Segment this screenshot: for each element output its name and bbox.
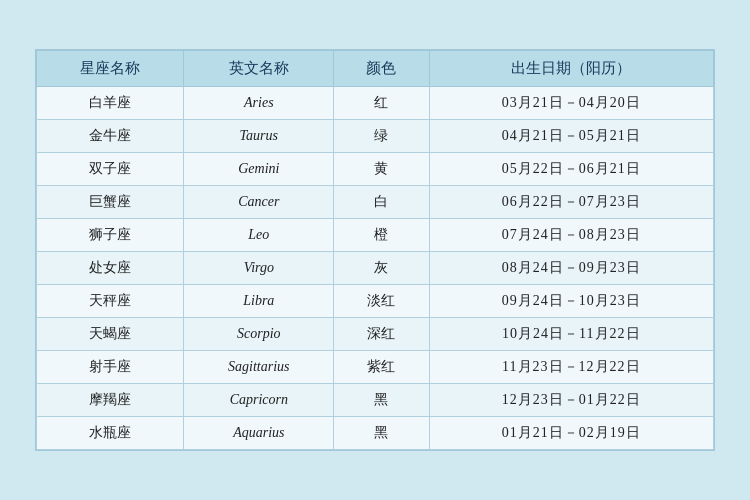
- cell-color: 黄: [334, 153, 429, 186]
- table-header-row: 星座名称 英文名称 颜色 出生日期（阳历）: [37, 51, 714, 87]
- cell-dates: 01月21日－02月19日: [429, 417, 713, 450]
- table-row: 处女座Virgo灰08月24日－09月23日: [37, 252, 714, 285]
- cell-chinese-name: 射手座: [37, 351, 184, 384]
- cell-color: 黑: [334, 417, 429, 450]
- table-row: 狮子座Leo橙07月24日－08月23日: [37, 219, 714, 252]
- cell-english-name: Taurus: [184, 120, 334, 153]
- cell-chinese-name: 天蝎座: [37, 318, 184, 351]
- cell-dates: 04月21日－05月21日: [429, 120, 713, 153]
- table-row: 巨蟹座Cancer白06月22日－07月23日: [37, 186, 714, 219]
- cell-color: 绿: [334, 120, 429, 153]
- cell-english-name: Libra: [184, 285, 334, 318]
- cell-chinese-name: 双子座: [37, 153, 184, 186]
- cell-english-name: Virgo: [184, 252, 334, 285]
- cell-color: 黑: [334, 384, 429, 417]
- cell-english-name: Scorpio: [184, 318, 334, 351]
- header-dates: 出生日期（阳历）: [429, 51, 713, 87]
- cell-chinese-name: 水瓶座: [37, 417, 184, 450]
- table-row: 天蝎座Scorpio深红10月24日－11月22日: [37, 318, 714, 351]
- cell-chinese-name: 巨蟹座: [37, 186, 184, 219]
- cell-chinese-name: 狮子座: [37, 219, 184, 252]
- cell-color: 白: [334, 186, 429, 219]
- cell-chinese-name: 处女座: [37, 252, 184, 285]
- table-row: 白羊座Aries红03月21日－04月20日: [37, 87, 714, 120]
- cell-english-name: Gemini: [184, 153, 334, 186]
- cell-dates: 07月24日－08月23日: [429, 219, 713, 252]
- header-color: 颜色: [334, 51, 429, 87]
- cell-english-name: Leo: [184, 219, 334, 252]
- table-row: 天秤座Libra淡红09月24日－10月23日: [37, 285, 714, 318]
- cell-color: 橙: [334, 219, 429, 252]
- cell-dates: 08月24日－09月23日: [429, 252, 713, 285]
- table-body: 白羊座Aries红03月21日－04月20日金牛座Taurus绿04月21日－0…: [37, 87, 714, 450]
- cell-dates: 12月23日－01月22日: [429, 384, 713, 417]
- cell-color: 淡红: [334, 285, 429, 318]
- cell-english-name: Cancer: [184, 186, 334, 219]
- cell-dates: 10月24日－11月22日: [429, 318, 713, 351]
- cell-english-name: Sagittarius: [184, 351, 334, 384]
- cell-dates: 06月22日－07月23日: [429, 186, 713, 219]
- cell-english-name: Aquarius: [184, 417, 334, 450]
- cell-chinese-name: 摩羯座: [37, 384, 184, 417]
- cell-english-name: Capricorn: [184, 384, 334, 417]
- table-row: 射手座Sagittarius紫红11月23日－12月22日: [37, 351, 714, 384]
- cell-color: 灰: [334, 252, 429, 285]
- table-row: 双子座Gemini黄05月22日－06月21日: [37, 153, 714, 186]
- table-row: 金牛座Taurus绿04月21日－05月21日: [37, 120, 714, 153]
- cell-chinese-name: 金牛座: [37, 120, 184, 153]
- cell-dates: 05月22日－06月21日: [429, 153, 713, 186]
- cell-chinese-name: 天秤座: [37, 285, 184, 318]
- cell-color: 紫红: [334, 351, 429, 384]
- cell-english-name: Aries: [184, 87, 334, 120]
- table-row: 摩羯座Capricorn黑12月23日－01月22日: [37, 384, 714, 417]
- cell-dates: 03月21日－04月20日: [429, 87, 713, 120]
- header-chinese-name: 星座名称: [37, 51, 184, 87]
- zodiac-table-container: 星座名称 英文名称 颜色 出生日期（阳历） 白羊座Aries红03月21日－04…: [35, 49, 715, 451]
- cell-color: 深红: [334, 318, 429, 351]
- cell-dates: 11月23日－12月22日: [429, 351, 713, 384]
- table-row: 水瓶座Aquarius黑01月21日－02月19日: [37, 417, 714, 450]
- zodiac-table: 星座名称 英文名称 颜色 出生日期（阳历） 白羊座Aries红03月21日－04…: [36, 50, 714, 450]
- cell-dates: 09月24日－10月23日: [429, 285, 713, 318]
- cell-chinese-name: 白羊座: [37, 87, 184, 120]
- header-english-name: 英文名称: [184, 51, 334, 87]
- cell-color: 红: [334, 87, 429, 120]
